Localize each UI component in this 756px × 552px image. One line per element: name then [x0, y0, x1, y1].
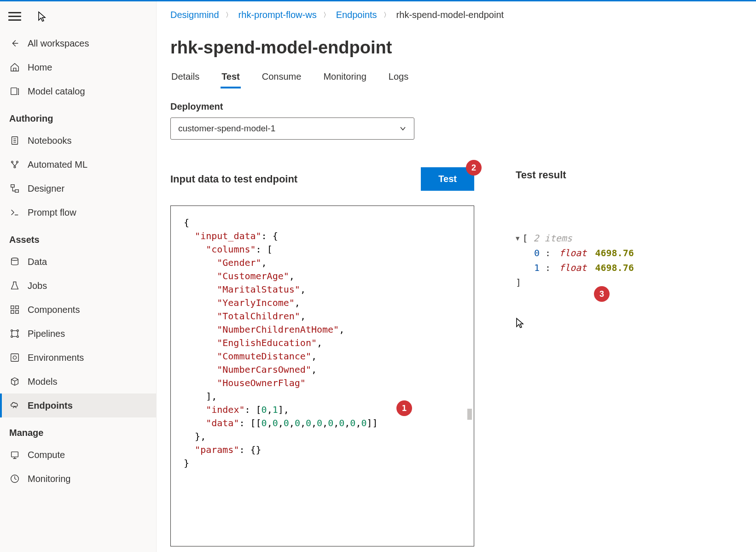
breadcrumb-link[interactable]: rhk-prompt-flow-ws	[238, 10, 317, 20]
result-item: 1 : float 4698.76	[516, 260, 756, 275]
svg-rect-18	[12, 452, 18, 457]
label: Components	[28, 305, 80, 315]
catalog-icon	[9, 86, 20, 97]
result-item: 0 : float 4698.76	[516, 246, 756, 260]
svg-rect-6	[15, 190, 18, 193]
tab-test[interactable]: Test	[221, 68, 241, 88]
sidebar-all-workspaces[interactable]: All workspaces	[0, 31, 156, 55]
sidebar-jobs[interactable]: Jobs	[0, 274, 156, 298]
chevron-down-icon	[399, 125, 407, 132]
label: Home	[28, 62, 52, 73]
sidebar-prompt-flow[interactable]: Prompt flow	[0, 200, 156, 224]
page-title: rhk-spend-model-endpoint	[170, 25, 756, 68]
input-json-editor[interactable]: { "input_data": { "columns": [ "Gender",…	[170, 206, 474, 546]
items-count: 2 items	[534, 233, 572, 244]
hamburger-menu-icon[interactable]	[8, 10, 21, 23]
compute-icon	[9, 449, 20, 460]
label: Endpoints	[28, 400, 73, 411]
svg-point-3	[17, 161, 18, 163]
cursor-icon	[38, 11, 46, 22]
sidebar-endpoints[interactable]: Endpoints	[0, 393, 156, 417]
sidebar-monitoring[interactable]: Monitoring	[0, 467, 156, 491]
scrollbar-thumb[interactable]	[467, 409, 472, 420]
label: Model catalog	[28, 86, 85, 97]
label: Monitoring	[28, 474, 70, 484]
svg-point-15	[17, 336, 19, 338]
sidebar: All workspaces Home Model catalog Author…	[0, 1, 157, 552]
breadcrumb-current: rhk-spend-model-endpoint	[396, 10, 504, 20]
monitoring-icon	[9, 473, 20, 484]
tab-details[interactable]: Details	[170, 68, 200, 88]
deployment-select[interactable]: customer-spend-model-1	[170, 117, 414, 140]
svg-rect-9	[16, 306, 18, 309]
deployment-value: customer-spend-model-1	[178, 123, 275, 134]
annotation-badge-3: 3	[594, 286, 610, 302]
annotation-badge-1: 1	[396, 400, 412, 416]
label: Data	[28, 257, 47, 267]
svg-point-13	[17, 330, 19, 332]
pipelines-icon	[9, 328, 20, 339]
tabs: Details Test Consume Monitoring Logs	[170, 68, 756, 88]
label: Automated ML	[28, 159, 87, 170]
label: Jobs	[28, 281, 47, 291]
sidebar-pipelines[interactable]: Pipelines	[0, 322, 156, 346]
chevron-right-icon: 〉	[323, 11, 330, 19]
data-icon	[9, 256, 20, 267]
endpoints-icon	[9, 400, 20, 411]
svg-rect-16	[11, 354, 19, 362]
label: Pipelines	[28, 329, 65, 339]
svg-point-7	[12, 258, 18, 261]
automl-icon	[9, 159, 20, 170]
sidebar-data[interactable]: Data	[0, 250, 156, 274]
tab-monitoring[interactable]: Monitoring	[322, 68, 367, 88]
label: Compute	[28, 450, 65, 460]
components-icon	[9, 304, 20, 315]
sidebar-section-authoring: Authoring	[0, 103, 156, 129]
svg-point-12	[11, 330, 13, 332]
svg-rect-10	[11, 311, 14, 313]
sidebar-section-manage: Manage	[0, 417, 156, 443]
result-tree: ▼[ 2 items 0 : float 4698.76 1 : float 4…	[516, 231, 756, 290]
svg-rect-0	[11, 88, 17, 95]
input-section-title: Input data to test endpoint	[170, 173, 297, 185]
back-arrow-icon	[9, 38, 20, 49]
caret-down-icon[interactable]: ▼	[516, 235, 519, 242]
home-icon	[9, 62, 20, 73]
svg-rect-11	[16, 311, 18, 313]
models-icon	[9, 376, 20, 387]
sidebar-notebooks[interactable]: Notebooks	[0, 129, 156, 153]
jobs-icon	[9, 280, 20, 291]
label: Designer	[28, 183, 64, 194]
label: Models	[28, 376, 57, 387]
deployment-label: Deployment	[170, 101, 756, 112]
sidebar-components[interactable]: Components	[0, 298, 156, 322]
cursor-icon	[516, 317, 524, 329]
label: Notebooks	[28, 135, 72, 146]
svg-point-2	[12, 161, 13, 163]
breadcrumb-link[interactable]: Designmind	[170, 10, 219, 20]
test-button-label: Test	[438, 174, 457, 184]
svg-rect-5	[11, 185, 14, 188]
chevron-right-icon: 〉	[384, 11, 390, 19]
breadcrumb-link[interactable]: Endpoints	[336, 10, 377, 20]
notebook-icon	[9, 135, 20, 146]
sidebar-home[interactable]: Home	[0, 55, 156, 79]
prompt-flow-icon	[9, 207, 20, 218]
sidebar-automated-ml[interactable]: Automated ML	[0, 153, 156, 176]
test-button[interactable]: Test 2	[421, 167, 474, 191]
breadcrumb: Designmind 〉 rhk-prompt-flow-ws 〉 Endpoi…	[170, 1, 756, 25]
label: Prompt flow	[28, 207, 76, 218]
sidebar-environments[interactable]: Environments	[0, 346, 156, 370]
tab-logs[interactable]: Logs	[388, 68, 409, 88]
sidebar-designer[interactable]: Designer	[0, 176, 156, 200]
designer-icon	[9, 183, 20, 194]
annotation-badge-2: 2	[466, 160, 482, 176]
sidebar-compute[interactable]: Compute	[0, 443, 156, 467]
tab-consume[interactable]: Consume	[261, 68, 302, 88]
svg-point-14	[11, 336, 13, 338]
sidebar-model-catalog[interactable]: Model catalog	[0, 79, 156, 103]
sidebar-models[interactable]: Models	[0, 370, 156, 393]
svg-point-17	[13, 356, 16, 359]
main-content: Designmind 〉 rhk-prompt-flow-ws 〉 Endpoi…	[157, 1, 756, 552]
label: All workspaces	[28, 38, 89, 49]
